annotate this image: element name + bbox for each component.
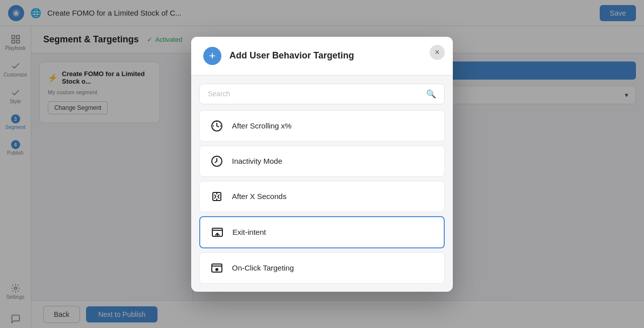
scroll-icon — [210, 119, 224, 133]
option-label-click: On-Click Targeting — [232, 264, 294, 272]
svg-point-19 — [216, 269, 218, 271]
search-input[interactable] — [208, 90, 421, 98]
modal-overlay: + Add User Behavior Targeting × 🔍 — [0, 0, 644, 328]
modal-add-icon: + — [203, 47, 221, 65]
plus-icon: + — [209, 50, 216, 61]
click-icon — [210, 261, 224, 275]
option-after-x-seconds[interactable]: After X Seconds — [199, 181, 445, 212]
option-exit-intent[interactable]: Exit-intent — [199, 216, 445, 248]
inactivity-icon — [210, 154, 224, 168]
option-label-seconds: After X Seconds — [232, 192, 286, 201]
option-label-inactivity: Inactivity Mode — [232, 157, 282, 165]
option-label-scrolling: After Scrolling x% — [232, 121, 291, 130]
close-icon: × — [435, 48, 439, 57]
option-label-exit: Exit-intent — [232, 228, 266, 236]
search-icon: 🔍 — [426, 89, 436, 99]
modal-title: Add User Behavior Targeting — [229, 50, 354, 61]
option-inactivity-mode[interactable]: Inactivity Mode — [199, 146, 445, 177]
modal: + Add User Behavior Targeting × 🔍 — [191, 37, 453, 292]
modal-header: + Add User Behavior Targeting × — [191, 37, 453, 76]
timer-icon — [210, 189, 224, 204]
option-after-scrolling[interactable]: After Scrolling x% — [199, 110, 445, 142]
modal-close-button[interactable]: × — [430, 45, 445, 60]
search-box[interactable]: 🔍 — [199, 84, 445, 104]
modal-body: 🔍 After Scrolling x% Inact — [191, 76, 453, 292]
exit-intent-icon — [210, 225, 224, 239]
option-on-click[interactable]: On-Click Targeting — [199, 252, 445, 284]
